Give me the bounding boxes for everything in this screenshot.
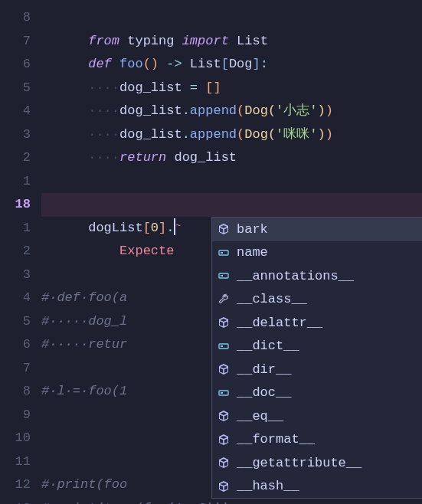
line-number: 12	[0, 473, 31, 497]
comment: #·····dog_l	[41, 314, 127, 329]
line-number: 5	[0, 310, 31, 334]
code-area[interactable]: from typing import List def foo() -> Lis…	[41, 0, 422, 504]
svg-rect-5	[221, 345, 223, 347]
svg-rect-2	[219, 273, 228, 278]
autocomplete-item[interactable]: __hash__	[212, 475, 422, 499]
line-number: 13	[0, 497, 31, 505]
svg-rect-4	[219, 344, 228, 349]
comment: #·l·=·foo(1	[41, 384, 127, 398]
wrench-icon	[217, 293, 231, 306]
cube-icon	[217, 433, 231, 447]
code-line[interactable]: from typing import List	[41, 6, 422, 30]
line-number: 11	[0, 450, 31, 474]
line-number: 8	[0, 6, 31, 30]
line-number: 4	[0, 286, 31, 310]
code-line[interactable]: def foo() -> List[Dog]:	[41, 30, 422, 54]
line-gutter: 876543211812345678910111213	[0, 0, 41, 504]
line-number: 3	[0, 123, 31, 147]
field-icon	[217, 339, 231, 353]
autocomplete-item[interactable]: __format__	[212, 428, 422, 452]
line-number: 2	[0, 240, 31, 263]
line-number: 7	[0, 30, 31, 54]
autocomplete-popup[interactable]: barkname__annotations____class____delatt…	[211, 217, 422, 499]
cube-icon	[217, 409, 231, 423]
autocomplete-label: __hash__	[237, 479, 299, 493]
cube-icon	[217, 316, 231, 329]
code-line[interactable]: ····return dog_list	[41, 123, 422, 147]
cube-icon	[217, 479, 231, 493]
line-number: 18	[0, 193, 31, 217]
autocomplete-label: __format__	[237, 432, 315, 447]
code-line[interactable]: ····dog_list.append(Dog('小志'))	[41, 77, 422, 100]
autocomplete-label: __annotations__	[237, 269, 354, 283]
autocomplete-label: __eq__	[237, 409, 283, 424]
autocomplete-label: name	[237, 245, 268, 260]
line-number: 6	[0, 333, 31, 357]
autocomplete-item[interactable]: __eq__	[212, 404, 422, 428]
line-number: 9	[0, 404, 31, 427]
autocomplete-item[interactable]: __delattr__	[212, 311, 422, 335]
autocomplete-label: __dict__	[237, 339, 299, 353]
code-line[interactable]	[41, 146, 422, 170]
cube-icon	[217, 362, 231, 376]
autocomplete-item[interactable]: __doc__	[212, 381, 422, 405]
comment: #·····retur	[41, 337, 127, 352]
svg-rect-7	[221, 392, 223, 394]
line-number: 10	[0, 427, 31, 450]
line-number: 5	[0, 77, 31, 100]
line-number: 6	[0, 53, 31, 77]
cube-icon	[217, 456, 231, 470]
line-number: 3	[0, 263, 31, 287]
svg-rect-0	[219, 250, 228, 255]
comment: #·print(foo	[41, 477, 127, 492]
autocomplete-item[interactable]: __dict__	[212, 335, 422, 358]
autocomplete-item[interactable]: __getattribute__	[212, 451, 422, 475]
svg-rect-6	[219, 391, 228, 395]
autocomplete-label: __dir__	[237, 362, 291, 377]
svg-rect-3	[221, 275, 223, 277]
autocomplete-label: __doc__	[237, 385, 291, 400]
autocomplete-label: __class__	[237, 292, 307, 306]
autocomplete-item[interactable]: __annotations__	[212, 264, 422, 288]
comment: #·def·foo(a	[41, 290, 127, 305]
line-number: 7	[0, 357, 31, 381]
autocomplete-item[interactable]: __class__	[212, 288, 422, 312]
svg-rect-1	[221, 252, 223, 254]
code-line[interactable]: ····dog_list = []	[41, 53, 422, 77]
autocomplete-label: __getattribute__	[237, 456, 361, 470]
line-number: 8	[0, 380, 31, 404]
autocomplete-label: __delattr__	[237, 316, 322, 330]
line-number: 4	[0, 100, 31, 123]
field-icon	[217, 246, 231, 260]
code-line[interactable]: ····dog_list.append(Dog('咪咪'))	[41, 100, 422, 123]
code-line[interactable]: dogList = foo()	[41, 170, 422, 194]
current-line[interactable]: dogList[0].~	[41, 193, 422, 217]
line-number: 1	[0, 217, 31, 241]
autocomplete-item[interactable]: __dir__	[212, 358, 422, 381]
comment: #·nrint(tvne(foo(1 2)))	[41, 501, 229, 505]
code-editor: 876543211812345678910111213 from typing …	[0, 0, 422, 504]
field-icon	[217, 386, 231, 400]
cube-icon	[217, 222, 231, 236]
autocomplete-item[interactable]: bark	[212, 218, 422, 241]
line-number: 2	[0, 146, 31, 170]
autocomplete-item[interactable]: name	[212, 241, 422, 265]
line-number: 1	[0, 170, 31, 194]
field-icon	[217, 269, 231, 283]
autocomplete-label: bark	[237, 222, 268, 237]
